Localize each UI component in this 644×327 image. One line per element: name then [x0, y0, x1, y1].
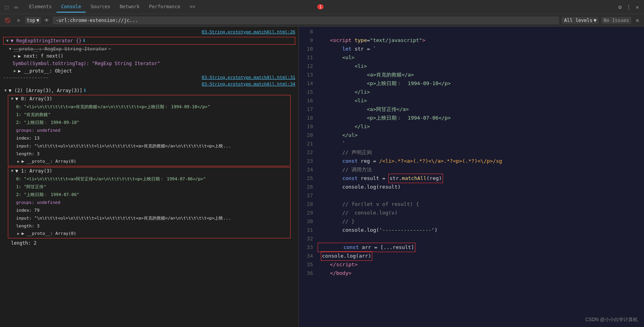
length-1-label: length: 3 — [16, 151, 40, 158]
groups-2-label: groups: undefined — [16, 199, 60, 206]
highlight-log-arr: console.log(arr) — [321, 251, 372, 261]
proto4-row[interactable]: ▶ __proto__: Array(0) — [10, 230, 289, 237]
close-icon[interactable]: ✕ — [634, 4, 641, 11]
expand-next-icon[interactable] — [13, 53, 17, 58]
device-icon[interactable]: ▭ — [13, 4, 20, 11]
item1-1-value: 1: "阿甘正传" — [16, 183, 46, 191]
file-link-3[interactable]: 03-String.prototype.matchAll.html:34 — [202, 82, 295, 87]
code-line-20: </ul> — [318, 131, 644, 140]
no-issues-label: No Issues — [601, 17, 631, 24]
code-line-25: const result = str.matchAll(reg) — [318, 174, 644, 183]
highlight-matchall: str.matchAll(reg) — [388, 174, 443, 183]
code-line-28: // for(let v of result) { — [318, 200, 644, 209]
proto-row[interactable]: __proto__: RegExp String Iterator ← — [0, 45, 298, 53]
item1-2-value: 2: "上映日期： 1994-07-06" — [16, 191, 79, 198]
file-link-2[interactable]: 03-String.prototype.matchAll.html:31 — [202, 75, 295, 80]
item1-2: 2: "上映日期： 1994-07-06" — [10, 191, 289, 199]
item1-container: ▼ 1: Array(3) 0: "<li>\n\t\t\t\t\t<a>阿甘正… — [8, 167, 291, 238]
tab-more[interactable]: >> — [185, 2, 200, 13]
expand-proto-icon[interactable] — [8, 46, 13, 51]
context-selector[interactable]: top ▼ — [25, 17, 41, 24]
levels-dropdown[interactable]: All levels ▼ — [562, 17, 598, 24]
input-2-label: input: "\n\t\t\t<ul>\n\t\t\t\t<li>\n\t\t… — [16, 215, 231, 222]
code-line-24: // 调用方法 — [318, 165, 644, 174]
code-line-33: const arr = [...result] — [318, 243, 644, 252]
main-content: 03-String.prototype.matchAll.html:26 ▼ R… — [0, 27, 644, 327]
total-length-label: length: 2 — [11, 240, 37, 247]
proto3-row[interactable]: ▶ __proto__: Array(0) — [10, 158, 289, 165]
item1-row[interactable]: ▼ 1: Array(3) — [10, 168, 289, 175]
console-filter-bar: 🚫 ⊘ top ▼ 👁 All levels ▼ No Issues ⚙ — [0, 14, 644, 27]
code-line-22: // 声明正则 — [318, 148, 644, 157]
tab-elements[interactable]: Elements — [24, 2, 57, 13]
expand-proto3-icon[interactable] — [16, 159, 21, 164]
line-numbers: 8 9 10 11 12 13 14 15 16 17 18 19 20 21 … — [299, 27, 318, 327]
item0-row[interactable]: ▼ 0: Array(3) — [10, 96, 289, 103]
levels-arrow: ▼ — [594, 18, 596, 23]
eye-icon[interactable]: 👁 — [43, 17, 50, 24]
code-line-19: </li> — [318, 122, 644, 131]
more-options-icon[interactable]: ⋮ — [625, 4, 632, 11]
file-link-1[interactable]: 03-String.prototype.matchAll.html:26 — [202, 29, 295, 36]
iterator-row[interactable]: ▼ RegExpStringIterator {} ℹ — [3, 37, 295, 45]
console-panel[interactable]: 03-String.prototype.matchAll.html:26 ▼ R… — [0, 27, 298, 327]
code-line-17: <a>阿甘正传</a> — [318, 105, 644, 114]
array-label: ▼ (2) [Array(3), Array(3)] — [9, 88, 82, 93]
groups-1-label: groups: undefined — [16, 127, 60, 134]
symbol-label: Symbol(Symbol.toStringTag): "RegExp Stri… — [13, 60, 160, 67]
next-row[interactable]: ▶ next: f next() — [0, 53, 298, 60]
filter-input[interactable] — [53, 16, 560, 24]
filter-settings-icon[interactable]: ⚙ — [634, 17, 641, 24]
array-info-icon[interactable]: ℹ — [84, 88, 86, 93]
groups-2: groups: undefined — [10, 199, 289, 207]
info-icon[interactable]: ℹ — [83, 38, 85, 43]
item1-0: 0: "<li>\n\t\t\t\t\t<a>阿甘正传</a>\n\t\t\t\… — [10, 175, 289, 183]
expand-proto4-icon[interactable] — [16, 231, 21, 236]
highlight-arr: const arr = [...result] — [318, 243, 415, 252]
index-1: index: 13 — [10, 134, 289, 142]
expand-array-icon[interactable] — [3, 88, 8, 93]
settings-icon[interactable]: ⚙ — [617, 4, 624, 11]
code-line-9: <script type="text/javascript"> — [318, 36, 644, 45]
expand-proto2-icon[interactable] — [13, 68, 17, 73]
tab-console[interactable]: Console — [57, 2, 86, 13]
devtools-toolbar: ⬚ ▭ Elements Console Sources Network Per… — [0, 0, 644, 14]
expand-item1-icon[interactable] — [10, 168, 15, 173]
code-line-12: <li> — [318, 62, 644, 71]
array-row[interactable]: ▼ (2) [Array(3), Array(3)] ℹ — [0, 87, 298, 94]
code-line-36: </body> — [318, 269, 644, 278]
code-editor[interactable]: 8 9 10 11 12 13 14 15 16 17 18 19 20 21 … — [299, 27, 644, 327]
item0-container: ▼ 0: Array(3) 0: "<li>\n\t\t\t\t\t<a>肖克的… — [8, 95, 291, 166]
tab-bar: Elements Console Sources Network Perform… — [24, 2, 314, 13]
cursor-icon[interactable]: ⬚ — [3, 4, 10, 11]
expand-item0-icon[interactable] — [10, 96, 15, 101]
code-line-11: <ul> — [318, 53, 644, 62]
code-line-23: const reg = /<li>.*?<a>(.*?)<\/a>.*?<p>(… — [318, 157, 644, 165]
clear-console-icon[interactable]: 🚫 — [3, 16, 12, 25]
total-length: length: 2 — [0, 239, 298, 247]
code-line-30: // } — [318, 217, 644, 226]
filter-toggle-icon[interactable]: ⊘ — [14, 16, 23, 25]
code-line-15: </li> — [318, 88, 644, 96]
symbol-row: Symbol(Symbol.toStringTag): "RegExp Stri… — [0, 60, 298, 67]
length-2: length: 3 — [10, 222, 289, 230]
input-1: input: "\n\t\t\t<ul>\n\t\t\t\t<li>\n\t\t… — [10, 142, 289, 150]
tab-sources[interactable]: Sources — [86, 2, 115, 13]
item0-2-value: 2: "上映日期： 1994-09-10" — [16, 119, 79, 126]
code-line-8 — [318, 27, 644, 36]
tab-network[interactable]: Network — [115, 2, 145, 13]
input-2: input: "\n\t\t\t<ul>\n\t\t\t\t<li>\n\t\t… — [10, 214, 289, 222]
index-2: index: 79 — [10, 207, 289, 214]
index-2-label: index: 79 — [16, 207, 40, 214]
code-line-14: <p>上映日期： 1994-09-10</p> — [318, 79, 644, 88]
item1-0-value: 0: "<li>\n\t\t\t\t\t<a>阿甘正传</a>\n\t\t\t\… — [16, 176, 206, 183]
code-line-34: console.log(arr) — [318, 252, 644, 260]
tab-performance[interactable]: Performance — [145, 2, 185, 13]
arrow-indicator: ← — [108, 46, 111, 51]
proto4-label: ▶ __proto__: Array(0) — [22, 231, 76, 236]
expand-iterator-icon[interactable] — [5, 38, 10, 43]
proto2-row[interactable]: ▶ __proto__: Object — [0, 67, 298, 74]
code-line-29: // console.log(v) — [318, 209, 644, 217]
separator-text: ---------------- — [3, 75, 49, 80]
input-1-label: input: "\n\t\t\t<ul>\n\t\t\t\t<li>\n\t\t… — [16, 143, 231, 150]
